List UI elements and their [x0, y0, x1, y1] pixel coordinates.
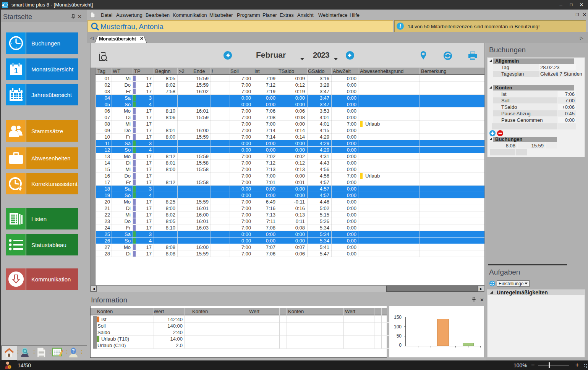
svg-text:1: 1	[14, 66, 18, 75]
svg-text:?: ?	[72, 348, 75, 354]
